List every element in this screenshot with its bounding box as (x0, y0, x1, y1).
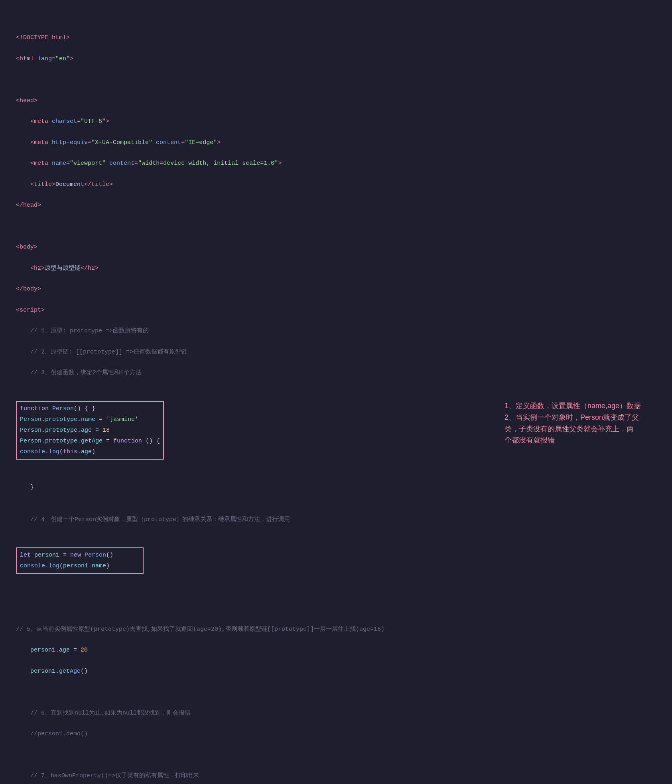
line-script-open: <script> (16, 305, 656, 316)
line-blank4 (16, 687, 656, 697)
code-section-2: // 5、从当前实例属性原型(prototype)去查找,如果找了就返回(age… (16, 583, 656, 784)
line-meta-equiv: <meta http-equiv="X-UA-Compatible" conte… (16, 137, 656, 148)
line-html-open: <html lang="en"> (16, 53, 656, 64)
line-comment5: // 5、从当前实例属性原型(prototype)去查找,如果找了就返回(age… (16, 624, 656, 635)
line-comment1: // 1、原型: prototype =>函数所特有的 (16, 326, 656, 336)
line-comment2: // 2、原型链: [[prototype]] =>任何数据都有原型链 (16, 347, 656, 357)
line-blank1 (16, 74, 656, 85)
line-body-close: </body> (16, 284, 656, 294)
line-head-close: </head> (16, 200, 656, 211)
line-demo-commented: //person1.demo() (16, 729, 656, 739)
line-doctype: <!DOCTYPE html> (16, 32, 656, 43)
line-meta-viewport: <meta name="viewport" content="width=dev… (16, 158, 656, 169)
code-editor: <!DOCTYPE html> <html lang="en"> <head> … (16, 12, 656, 399)
line-blank3 (16, 603, 656, 614)
line-comment7: // 7、hasOwnProperty()=>仅子类有的私有属性，打印出来 (16, 770, 656, 781)
line-blank2 (16, 221, 656, 232)
function-box: function Person() { } Person.prototype.n… (16, 401, 164, 460)
person1-box: let person1 = new Person() console.log(p… (16, 547, 144, 574)
line-comment6: // 6、直到找到null为止,如果为null都没找到，则会报错 (16, 708, 656, 719)
line-person1-age: person1.age = 20 (16, 645, 656, 656)
line-h2: <h2>原型与原型链</h2> (16, 263, 656, 274)
line-body-open: <body> (16, 242, 656, 253)
boxed-code-1: function Person() { } Person.prototype.n… (16, 400, 489, 575)
line-blank5 (16, 750, 656, 760)
line-title: <title>Document</title> (16, 179, 656, 190)
line-head-open: <head> (16, 95, 656, 106)
line-meta-charset: <meta charset="UTF-8"> (16, 116, 656, 127)
line-getage: person1.getAge() (16, 666, 656, 677)
annotation-1: 1、定义函数，设置属性（name,age）数据2、当实例一个对象时，Person… (504, 400, 656, 446)
line-comment3: // 3、创建函数，绑定2个属性和1个方法 (16, 367, 656, 378)
